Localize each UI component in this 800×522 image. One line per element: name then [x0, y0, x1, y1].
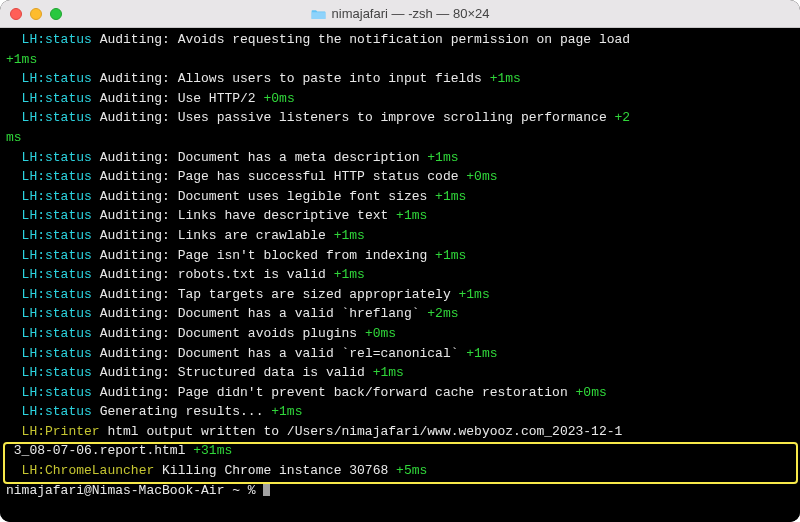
- audit-message: Avoids requesting the notification permi…: [178, 32, 638, 47]
- auditing-label: Auditing:: [92, 346, 178, 361]
- lh-status-label: LH:status: [22, 189, 92, 204]
- printer-time: +31ms: [193, 443, 232, 458]
- terminal-window: nimajafari — -zsh — 80×24 LH:status Audi…: [0, 0, 800, 522]
- auditing-label: Auditing:: [92, 208, 178, 223]
- lh-status-label: LH:status: [22, 228, 92, 243]
- window-title: nimajafari — -zsh — 80×24: [70, 6, 730, 21]
- audit-message: robots.txt is valid: [178, 267, 334, 282]
- audit-message: Page isn't blocked from indexing: [178, 248, 435, 263]
- log-line: LH:status Auditing: Document has a valid…: [6, 306, 459, 321]
- audit-message: Links have descriptive text: [178, 208, 396, 223]
- auditing-label: Auditing:: [92, 71, 178, 86]
- log-line: LH:status Auditing: Document has a meta …: [6, 150, 459, 165]
- audit-message: Document has a valid `rel=canonical`: [178, 346, 467, 361]
- auditing-label: Auditing:: [92, 110, 178, 125]
- audit-time: +1ms: [396, 208, 427, 223]
- auditing-label: Auditing:: [92, 189, 178, 204]
- lh-status-label: LH:status: [22, 365, 92, 380]
- auditing-label: Auditing:: [92, 228, 178, 243]
- lh-status-label: LH:status: [22, 110, 92, 125]
- audit-message: Document uses legible font sizes: [178, 189, 435, 204]
- lh-status-label: LH:status: [22, 150, 92, 165]
- titlebar: nimajafari — -zsh — 80×24: [0, 0, 800, 28]
- audit-message: Document has a meta description: [178, 150, 428, 165]
- traffic-lights: [10, 8, 62, 20]
- lh-status-label: LH:status: [22, 385, 92, 400]
- log-line: LH:status Auditing: Uses passive listene…: [6, 110, 630, 125]
- folder-icon: [311, 8, 326, 20]
- lh-status-label: LH:status: [22, 306, 92, 321]
- chrome-time: +5ms: [396, 463, 427, 478]
- log-line: LH:status Auditing: Allows users to past…: [6, 71, 521, 86]
- audit-message: Allows users to paste into input fields: [178, 71, 490, 86]
- audit-time: +1ms: [459, 287, 490, 302]
- auditing-label: Auditing:: [92, 365, 178, 380]
- audit-time: +0ms: [576, 385, 607, 400]
- lh-status-label: LH:status: [22, 71, 92, 86]
- audit-time: +1ms: [334, 267, 365, 282]
- audit-message: Page didn't prevent back/forward cache r…: [178, 385, 576, 400]
- printer-message: 3_08-07-06.report.html: [14, 443, 193, 458]
- log-line: LH:status Auditing: Page isn't blocked f…: [6, 248, 466, 263]
- audit-message: Structured data is valid: [178, 365, 373, 380]
- log-line: LH:status Auditing: Avoids requesting th…: [6, 32, 638, 47]
- lh-status-label: LH:status: [22, 91, 92, 106]
- audit-time: +0ms: [263, 91, 294, 106]
- audit-time: +0ms: [466, 169, 497, 184]
- lh-status-label: LH:status: [22, 208, 92, 223]
- lh-status-label: LH:status: [22, 326, 92, 341]
- audit-time: +1ms: [435, 248, 466, 263]
- lh-status-label: LH:status: [22, 287, 92, 302]
- audit-message: Document avoids plugins: [178, 326, 365, 341]
- log-line: LH:status Auditing: Links are crawlable …: [6, 228, 365, 243]
- lh-printer-label: LH:Printer: [22, 424, 100, 439]
- chrome-line: LH:ChromeLauncher Killing Chrome instanc…: [6, 463, 427, 478]
- lh-status-label: LH:status: [22, 169, 92, 184]
- audit-time: +1ms: [6, 52, 37, 67]
- printer-line: LH:Printer html output written to /Users…: [6, 424, 622, 439]
- printer-line-cont: 3_08-07-06.report.html +31ms: [6, 443, 232, 458]
- chrome-message: Killing Chrome instance 30768: [154, 463, 396, 478]
- close-button[interactable]: [10, 8, 22, 20]
- auditing-label: Auditing:: [92, 169, 178, 184]
- audit-time: +1ms: [435, 189, 466, 204]
- terminal-output[interactable]: LH:status Auditing: Avoids requesting th…: [0, 28, 800, 522]
- minimize-button[interactable]: [30, 8, 42, 20]
- window-title-text: nimajafari — -zsh — 80×24: [332, 6, 490, 21]
- audit-time: +1ms: [373, 365, 404, 380]
- audit-time: +1ms: [427, 150, 458, 165]
- audit-time: +1ms: [334, 228, 365, 243]
- auditing-label: Auditing:: [92, 385, 178, 400]
- audit-message: Page has successful HTTP status code: [178, 169, 467, 184]
- cursor: [263, 482, 269, 496]
- auditing-label: Auditing:: [92, 287, 178, 302]
- log-line: LH:status Auditing: Links have descripti…: [6, 208, 427, 223]
- auditing-label: Auditing:: [92, 326, 178, 341]
- generating-time: +1ms: [271, 404, 302, 419]
- lh-chrome-label: LH:ChromeLauncher: [22, 463, 155, 478]
- audit-time: +1ms: [466, 346, 497, 361]
- log-line: LH:status Auditing: Document uses legibl…: [6, 189, 466, 204]
- printer-message: html output written to /Users/nimajafari…: [100, 424, 623, 439]
- log-line: LH:status Auditing: Document avoids plug…: [6, 326, 396, 341]
- lh-status-label: LH:status: [22, 267, 92, 282]
- lh-status-label: LH:status: [22, 32, 92, 47]
- log-line: LH:status Auditing: Page didn't prevent …: [6, 385, 607, 400]
- log-line: LH:status Auditing: robots.txt is valid …: [6, 267, 365, 282]
- audit-message: Links are crawlable: [178, 228, 334, 243]
- auditing-label: Auditing:: [92, 267, 178, 282]
- log-line: LH:status Auditing: Tap targets are size…: [6, 287, 490, 302]
- audit-message: Use HTTP/2: [178, 91, 264, 106]
- auditing-label: Auditing:: [92, 150, 178, 165]
- log-line: LH:status Auditing: Document has a valid…: [6, 346, 498, 361]
- maximize-button[interactable]: [50, 8, 62, 20]
- audit-time: +1ms: [490, 71, 521, 86]
- auditing-label: Auditing:: [92, 248, 178, 263]
- lh-status-label: LH:status: [22, 346, 92, 361]
- generating-message: Generating results...: [92, 404, 271, 419]
- auditing-label: Auditing:: [92, 32, 178, 47]
- shell-prompt[interactable]: nimajafari@Nimas-MacBook-Air ~ %: [6, 483, 270, 498]
- audit-time: +0ms: [365, 326, 396, 341]
- log-line: LH:status Auditing: Use HTTP/2 +0ms: [6, 91, 295, 106]
- audit-message: Document has a valid `hreflang`: [178, 306, 428, 321]
